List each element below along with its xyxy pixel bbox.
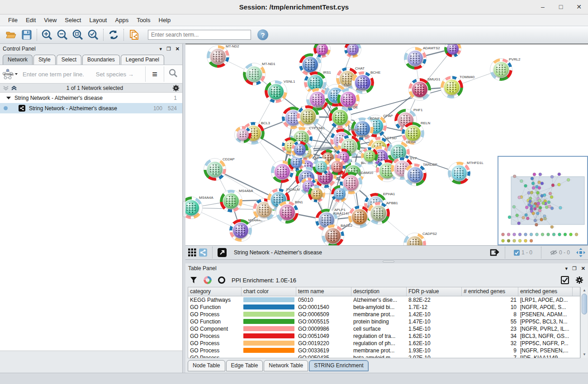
- float-panel-icon[interactable]: ❐: [166, 47, 171, 52]
- table-row[interactable]: GO ComponentGO:0009986cell surface1.54E-…: [188, 325, 580, 332]
- zoom-fit-icon[interactable]: [70, 28, 85, 42]
- menu-tools[interactable]: Tools: [133, 15, 154, 25]
- zoom-in-icon[interactable]: [39, 28, 55, 42]
- scroll-down-arrow[interactable]: ▼: [582, 352, 587, 357]
- search-input[interactable]: [148, 30, 251, 40]
- close-panel-icon[interactable]: ✕: [175, 47, 180, 52]
- close-button[interactable]: ✕: [570, 0, 588, 14]
- open-in-browser-icon[interactable]: [218, 248, 227, 257]
- string-options-icon[interactable]: ≡: [146, 69, 164, 80]
- column-header-enriched-genes[interactable]: # enriched genes: [462, 287, 518, 296]
- ring-chart-icon[interactable]: [218, 276, 225, 284]
- selected-checkbox-icon[interactable]: [514, 250, 520, 256]
- cell: GO Process: [188, 311, 242, 318]
- refresh-icon[interactable]: [106, 28, 121, 42]
- table-row[interactable]: GO FunctionGO:0001540beta-amyloid bi...1…: [188, 304, 580, 311]
- panel-menu-icon[interactable]: ▾: [159, 47, 162, 52]
- network-collection-row[interactable]: String Network - Alzheimer's disease 1: [0, 93, 182, 103]
- table-row[interactable]: KEGG Pathways05010Alzheimer's dise...8.8…: [188, 296, 580, 304]
- network-row[interactable]: String Network - Alzheimer's disease 100…: [0, 103, 182, 113]
- species-hint[interactable]: Set species →: [96, 71, 134, 78]
- control-panel: Control Panel ▾ ❐ ✕ NetworkStyleSelectBo…: [0, 44, 183, 373]
- save-session-button[interactable]: [19, 28, 34, 42]
- string-share-icon[interactable]: [199, 248, 207, 257]
- menu-file[interactable]: File: [5, 15, 21, 25]
- network-selected-count: 1 of 1 Network selected: [17, 85, 172, 91]
- cell: 1.54E-10: [407, 325, 462, 332]
- table-row[interactable]: GO FunctionGO:0005515protein binding1.47…: [188, 318, 580, 325]
- table-row[interactable]: GO ProcessGO:0051049regulation of tra...…: [188, 332, 580, 340]
- settings-gear-icon[interactable]: [575, 276, 583, 284]
- open-session-button[interactable]: [4, 28, 19, 42]
- table-vertical-scrollbar[interactable]: ▲ ▼: [580, 287, 588, 358]
- minimize-button[interactable]: –: [534, 0, 552, 14]
- select-columns-icon[interactable]: [561, 276, 569, 284]
- menu-select[interactable]: Select: [61, 15, 85, 25]
- close-panel-icon[interactable]: ✕: [581, 266, 585, 271]
- menu-apps[interactable]: Apps: [112, 15, 133, 25]
- menu-view[interactable]: View: [40, 15, 60, 25]
- cell: GO Component: [188, 325, 242, 332]
- network-name: String Network - Alzheimer's disease: [29, 105, 117, 112]
- copy-network-icon[interactable]: [126, 28, 142, 42]
- table-row[interactable]: GO ProcessGO:0050435beta-amyloid m...2.0…: [188, 354, 580, 358]
- cell: 9: [462, 347, 518, 354]
- zoom-out-icon[interactable]: [55, 28, 70, 42]
- donut-chart-icon[interactable]: [204, 276, 212, 284]
- chart-color-chip: [243, 312, 294, 317]
- cell: 05010: [296, 296, 351, 304]
- table-row[interactable]: GO ProcessGO:0019220regulation of ph...1…: [188, 340, 580, 347]
- birds-eye-toggle-icon[interactable]: [576, 248, 585, 257]
- cell: beta-amyloid bi...: [351, 304, 407, 311]
- tab-network[interactable]: Network: [3, 55, 33, 65]
- network-navigator[interactable]: [498, 156, 588, 245]
- column-header-chart-color[interactable]: chart color: [242, 287, 296, 296]
- tab-node-table[interactable]: Node Table: [188, 360, 225, 371]
- column-header-term-name[interactable]: term name: [296, 287, 351, 296]
- node-label: APBB1: [386, 201, 398, 205]
- tab-style[interactable]: Style: [33, 55, 56, 65]
- help-icon[interactable]: ?: [257, 29, 268, 40]
- menu-layout[interactable]: Layout: [85, 15, 110, 25]
- window-title: Session: /tmp/enrichmentTest.cys: [0, 0, 588, 14]
- filter-icon[interactable]: [190, 276, 197, 284]
- cell: 1.93E-10: [407, 347, 462, 354]
- table-row[interactable]: GO ProcessGO:0033619membrane prot...1.93…: [188, 347, 580, 354]
- collapse-all-icon[interactable]: [3, 85, 9, 91]
- zoom-selected-icon[interactable]: [85, 28, 101, 42]
- column-header-category[interactable]: category: [188, 287, 242, 296]
- enrichment-toolbar: PPI Enrichment: 1.0E-16: [185, 273, 588, 287]
- hidden-eye-icon[interactable]: [550, 250, 557, 255]
- scrollbar-thumb[interactable]: [582, 294, 587, 314]
- tab-boundaries[interactable]: Boundaries: [82, 55, 120, 65]
- tab-legend-panel[interactable]: Legend Panel: [121, 55, 164, 65]
- string-logo-icon[interactable]: STRING: [0, 68, 20, 80]
- scroll-up-arrow[interactable]: ▲: [582, 288, 587, 293]
- network-canvas[interactable]: MT-ND2MT-ND1VSNL1GAB2IRS1CHATBCHEIL1BTNF…: [185, 44, 588, 245]
- grid-view-icon[interactable]: [188, 248, 196, 257]
- collection-expand-icon[interactable]: [6, 97, 11, 99]
- tab-edge-table[interactable]: Edge Table: [226, 360, 263, 371]
- column-header-enriched-genes[interactable]: enriched genes: [518, 287, 573, 296]
- column-header-description[interactable]: description: [351, 287, 407, 296]
- maximize-button[interactable]: □: [552, 0, 570, 14]
- expand-all-icon[interactable]: [11, 85, 17, 91]
- tab-select[interactable]: Select: [57, 55, 81, 65]
- string-query-placeholder[interactable]: Enter one term per line.: [23, 71, 84, 78]
- menu-edit[interactable]: Edit: [22, 15, 39, 25]
- horizontal-splitter[interactable]: [185, 260, 588, 263]
- panel-menu-icon[interactable]: ▾: [565, 266, 568, 271]
- network-options-gear-icon[interactable]: [172, 84, 180, 92]
- menu-help[interactable]: Help: [155, 15, 175, 25]
- tab-network-table[interactable]: Network Table: [264, 360, 308, 371]
- column-header-fdr-p-value[interactable]: FDR p-value: [407, 287, 462, 296]
- cell: [LRP1, APOE, AD...: [518, 296, 573, 304]
- export-network-icon[interactable]: [490, 248, 500, 257]
- node-label: VSNL1: [284, 80, 295, 84]
- float-panel-icon[interactable]: ❐: [572, 266, 577, 271]
- string-search-icon[interactable]: [164, 69, 182, 80]
- tab-string-enrichment[interactable]: STRING Enrichment: [309, 360, 368, 371]
- cell: 34: [462, 332, 518, 340]
- cell-chart-color: [242, 347, 296, 354]
- table-row[interactable]: GO ProcessGO:0006509membrane prot...1.42…: [188, 311, 580, 318]
